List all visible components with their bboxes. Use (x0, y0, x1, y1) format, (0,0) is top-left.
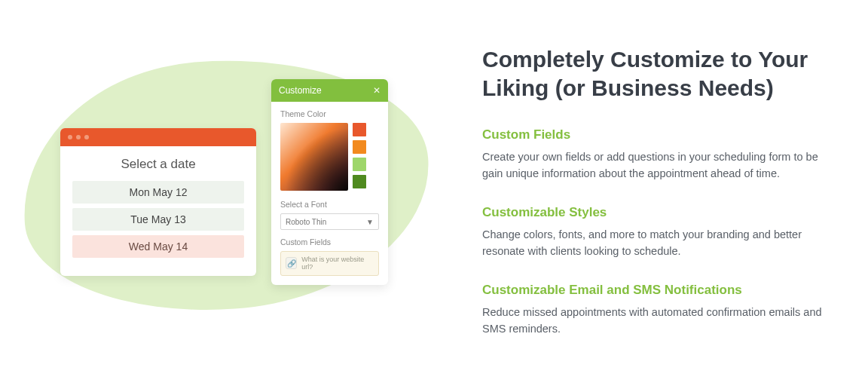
feature-body: Create your own fields or add questions … (482, 149, 836, 182)
feature-title: Customizable Email and SMS Notifications (482, 283, 845, 298)
font-select-dropdown[interactable]: Roboto Thin ▼ (280, 213, 379, 230)
customize-panel-title: Customize (279, 85, 322, 96)
custom-fields-label: Custom Fields (280, 237, 379, 247)
theme-color-label: Theme Color (280, 109, 379, 118)
window-dot (68, 135, 72, 139)
window-titlebar (60, 128, 256, 146)
date-option[interactable]: Mon May 12 (72, 181, 244, 204)
color-swatch[interactable] (353, 158, 366, 171)
feature-block: Customizable Styles Change colors, fonts… (482, 205, 845, 260)
custom-field-item[interactable]: 🔗 What is your website url? (280, 251, 379, 276)
color-picker-gradient[interactable] (280, 123, 348, 191)
chevron-down-icon: ▼ (366, 218, 374, 226)
feature-title: Customizable Styles (482, 205, 845, 220)
color-swatch[interactable] (353, 140, 366, 154)
color-swatch[interactable] (353, 123, 366, 136)
date-select-card: Select a date Mon May 12 Tue May 13 Wed … (60, 128, 256, 276)
date-card-title: Select a date (72, 157, 244, 172)
close-icon[interactable]: ✕ (373, 86, 381, 95)
feature-block: Customizable Email and SMS Notifications… (482, 283, 845, 338)
customize-panel-header: Customize ✕ (271, 79, 388, 102)
custom-field-question: What is your website url? (301, 256, 374, 271)
feature-title: Custom Fields (482, 127, 845, 142)
date-option[interactable]: Tue May 13 (72, 208, 244, 231)
window-dot (76, 135, 81, 139)
link-icon: 🔗 (286, 257, 297, 269)
window-dot (84, 135, 89, 139)
color-swatch[interactable] (353, 175, 366, 188)
page-heading: Completely Customize to Your Liking (or … (482, 45, 845, 102)
feature-block: Custom Fields Create your own fields or … (482, 127, 845, 182)
customize-panel: Customize ✕ Theme Color Select a Font Ro (271, 79, 388, 285)
feature-body: Change colors, fonts, and more to match … (482, 226, 836, 260)
feature-body: Reduce missed appointments with automate… (482, 304, 836, 338)
font-select-value: Roboto Thin (286, 218, 326, 226)
date-option-selected[interactable]: Wed May 14 (72, 235, 244, 258)
font-select-label: Select a Font (280, 200, 379, 209)
